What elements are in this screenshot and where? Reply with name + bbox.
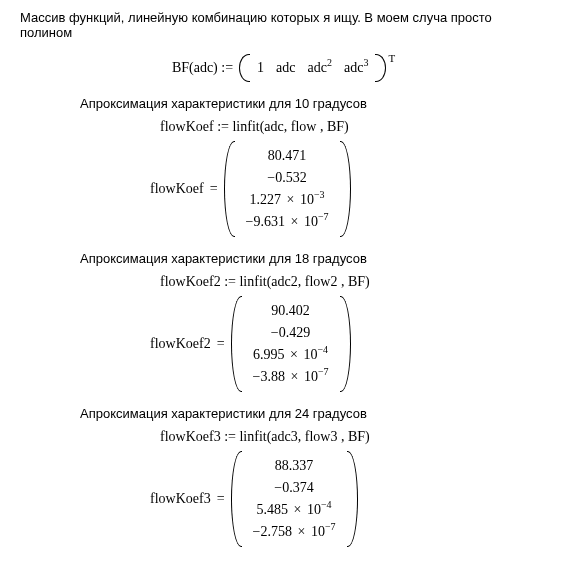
result-matrix-2: flowKoef3=88.337−0.3745.485 × 10−4−2.758… — [150, 451, 547, 547]
result-name-2: flowKoef3 — [150, 491, 211, 507]
result-name-1: flowKoef2 — [150, 336, 211, 352]
matrix-cell-1-0: 90.402 — [249, 300, 333, 322]
matrix-cell-1-3: −3.88 × 10−7 — [249, 366, 333, 388]
transpose-marker: T — [388, 52, 395, 64]
matrix-cell-0-2: 1.227 × 10−3 — [242, 189, 333, 211]
linfit-assign-2: flowKoef3 := linfit(adc3, flow3 , BF) — [160, 429, 547, 445]
bf-vector: 1 adc adc2 adc3 — [239, 54, 386, 82]
linfit-assign-1: flowKoef2 := linfit(adc2, flow2 , BF) — [160, 274, 547, 290]
result-name-0: flowKoef — [150, 181, 204, 197]
matrix-cell-1-1: −0.429 — [249, 322, 333, 344]
bf-lhs: BF(adc) := — [172, 60, 233, 76]
result-matrix-0: flowKoef=80.471−0.5321.227 × 10−3−9.631 … — [150, 141, 547, 237]
matrix-cell-0-0: 80.471 — [242, 145, 333, 167]
matrix-cell-0-1: −0.532 — [242, 167, 333, 189]
bf-elem-0: 1 — [257, 60, 264, 76]
basis-function-definition: BF(adc) := 1 adc adc2 adc3 T — [20, 54, 547, 82]
equals-sign: = — [210, 181, 218, 197]
matrix-cell-2-2: 5.485 × 10−4 — [249, 499, 340, 521]
bf-elem-3: adc3 — [344, 60, 368, 76]
matrix-cell-1-2: 6.995 × 10−4 — [249, 344, 333, 366]
matrix-cell-2-1: −0.374 — [249, 477, 340, 499]
approx-label-2: Апроксимация характеристики для 24 граду… — [80, 406, 547, 421]
bf-elem-1: adc — [276, 60, 295, 76]
bf-elem-2: adc2 — [308, 60, 332, 76]
matrix-cell-2-3: −2.758 × 10−7 — [249, 521, 340, 543]
approx-label-1: Апроксимация характеристики для 18 граду… — [80, 251, 547, 266]
equals-sign: = — [217, 336, 225, 352]
result-matrix-1: flowKoef2=90.402−0.4296.995 × 10−4−3.88 … — [150, 296, 547, 392]
intro-text: Массив функций, линейную комбинацию кото… — [20, 10, 547, 40]
matrix-cell-2-0: 88.337 — [249, 455, 340, 477]
matrix-cell-0-3: −9.631 × 10−7 — [242, 211, 333, 233]
linfit-assign-0: flowKoef := linfit(adc, flow , BF) — [160, 119, 547, 135]
equals-sign: = — [217, 491, 225, 507]
approx-label-0: Апроксимация характеристики для 10 граду… — [80, 96, 547, 111]
